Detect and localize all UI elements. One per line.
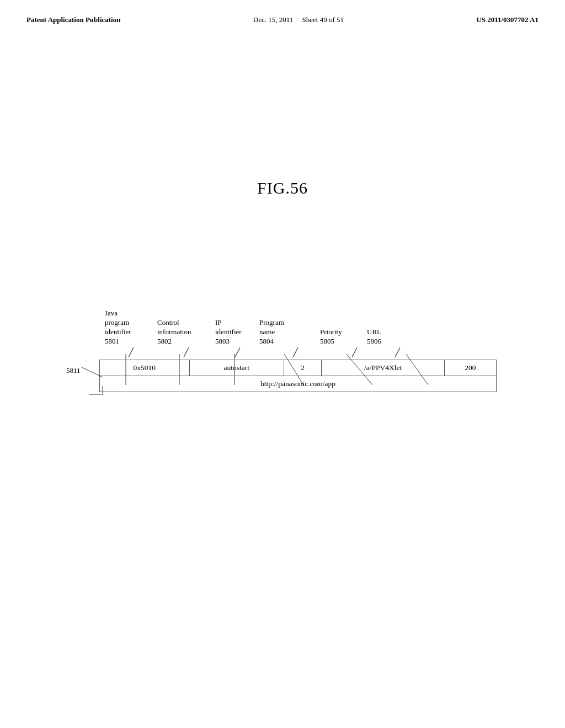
label-java-program-identifier: Java program identifier 5801 (105, 309, 157, 346)
header-center: Dec. 15, 2011 Sheet 49 of 51 (253, 15, 344, 24)
cell-ip-identifier: 2 (284, 360, 321, 376)
cell-control-info: autostart (189, 360, 284, 376)
cell-url: http://panasonic.com/app (100, 376, 497, 392)
header-sheet: Sheet 49 of 51 (302, 15, 344, 24)
label-url: URL 5806 (367, 328, 400, 346)
diagram: Java program identifier 5801 Control inf… (66, 309, 508, 392)
row-area: 5811 0x5010 autostart 2 /a/PPV4Xlet 200 … (66, 360, 508, 392)
svg-line-8 (82, 367, 103, 377)
data-table-area: 5811 0x5010 autostart 2 /a/PPV4Xlet 200 … (66, 360, 508, 392)
label-control-information: Control information 5802 (157, 318, 215, 346)
label-priority: Priority 5805 (320, 328, 367, 346)
cell-priority: 200 (444, 360, 496, 376)
main-table: 0x5010 autostart 2 /a/PPV4Xlet 200 http:… (99, 360, 497, 392)
row-arrow-svg (82, 362, 123, 384)
figure-title: FIG.56 (0, 179, 565, 197)
page-header: Patent Application Publication Dec. 15, … (0, 0, 565, 24)
label-ip-identifier: IP identifier 5803 (215, 318, 259, 346)
table-row-1: 0x5010 autostart 2 /a/PPV4Xlet 200 (100, 360, 497, 376)
header-left: Patent Application Publication (26, 15, 120, 24)
header-date: Dec. 15, 2011 (253, 15, 293, 24)
row-label-5811: 5811 (66, 366, 81, 375)
header-right: US 2011/0307702 A1 (476, 15, 539, 24)
table-row-2-url: http://panasonic.com/app (100, 376, 497, 392)
label-program-name: Program name 5804 (259, 318, 320, 346)
cell-program-name: /a/PPV4Xlet (322, 360, 445, 376)
